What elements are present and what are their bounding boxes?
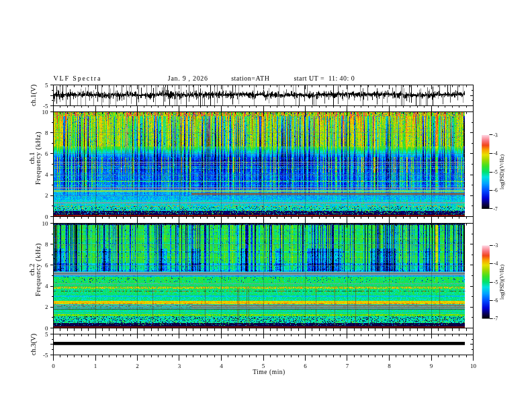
svg-text:4: 4 — [45, 171, 48, 178]
svg-text:7: 7 — [346, 363, 349, 369]
svg-text:Time (min): Time (min) — [253, 369, 285, 376]
svg-text:4: 4 — [220, 363, 223, 369]
svg-text:2: 2 — [45, 304, 48, 310]
svg-text:1: 1 — [94, 363, 97, 369]
svg-text:station=ATH: station=ATH — [231, 75, 269, 82]
svg-text:VLF Spectra: VLF Spectra — [54, 75, 102, 82]
svg-text:3: 3 — [178, 363, 181, 369]
svg-text:Frequency (kHz): Frequency (kHz) — [34, 132, 42, 185]
svg-text:Frequency (kHz): Frequency (kHz) — [34, 243, 42, 297]
svg-text:0: 0 — [45, 214, 48, 220]
svg-text:6: 6 — [45, 262, 48, 269]
svg-text:8: 8 — [45, 241, 48, 248]
svg-text:5: 5 — [45, 82, 48, 89]
svg-text:10: 10 — [470, 363, 477, 369]
svg-text:6: 6 — [304, 363, 307, 369]
svg-text:10: 10 — [42, 109, 49, 116]
svg-text:-3: -3 — [494, 242, 498, 248]
svg-text:-6: -6 — [494, 187, 498, 193]
svg-text:-4: -4 — [494, 261, 498, 267]
svg-text:4: 4 — [45, 283, 48, 289]
svg-text:9: 9 — [430, 363, 433, 369]
svg-text:2: 2 — [136, 363, 139, 369]
svg-text:10: 10 — [42, 220, 49, 227]
svg-text:log(PSD)(V²/Hz): log(PSD)(V²/Hz) — [499, 265, 505, 300]
svg-text:-7: -7 — [494, 316, 498, 322]
svg-text:-7: -7 — [494, 206, 498, 212]
svg-text:8: 8 — [388, 363, 391, 369]
svg-text:ch.3(V): ch.3(V) — [30, 333, 38, 355]
svg-text:ch.1(V): ch.1(V) — [30, 84, 38, 106]
svg-text:-4: -4 — [494, 150, 498, 156]
svg-text:Jan. 9 , 2026: Jan. 9 , 2026 — [168, 75, 208, 82]
svg-text:5: 5 — [45, 331, 48, 338]
svg-text:start UT = 11: 40: 0: start UT = 11: 40: 0 — [294, 75, 355, 82]
svg-text:-5: -5 — [494, 169, 498, 175]
svg-text:-3: -3 — [494, 132, 498, 138]
svg-text:6: 6 — [45, 150, 48, 157]
svg-text:-6: -6 — [494, 298, 498, 304]
svg-text:2: 2 — [45, 192, 48, 199]
svg-text:8: 8 — [45, 130, 48, 136]
svg-text:-5: -5 — [43, 352, 48, 359]
svg-text:0: 0 — [52, 363, 55, 369]
svg-text:-5: -5 — [494, 279, 498, 285]
svg-text:0: 0 — [45, 325, 48, 332]
svg-text:log(PSD)(V²/Hz): log(PSD)(V²/Hz) — [499, 154, 505, 189]
